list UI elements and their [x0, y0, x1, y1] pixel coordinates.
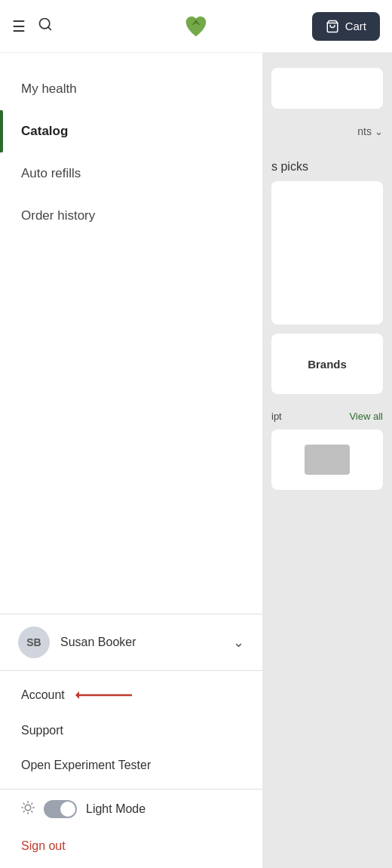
arrow-indicator: [72, 688, 136, 703]
svg-line-8: [23, 803, 24, 804]
cart-label: Cart: [345, 20, 366, 32]
header: ☰ Cart: [0, 0, 392, 53]
right-filter-row: nts ⌄: [262, 118, 392, 145]
svg-line-12: [23, 811, 24, 812]
svg-point-5: [25, 805, 31, 811]
search-icon[interactable]: [38, 17, 53, 35]
sidebar-item-catalog[interactable]: Catalog: [0, 110, 262, 152]
sign-out-button[interactable]: Sign out: [0, 829, 262, 868]
chevron-down-icon: ⌄: [233, 634, 244, 651]
avatar: SB: [18, 626, 50, 658]
light-mode-row: Light Mode: [0, 789, 262, 829]
right-picks-label: s picks: [262, 145, 392, 181]
chevron-down-icon: ⌄: [375, 126, 383, 137]
submenu-item-account[interactable]: Account: [0, 677, 262, 713]
sun-icon: [21, 801, 35, 817]
right-bottom-card: [271, 429, 383, 490]
light-mode-label: Light Mode: [86, 802, 145, 816]
view-all-link[interactable]: View all: [349, 411, 383, 422]
right-panel-content: nts ⌄ s picks Brands ipt View all: [262, 53, 392, 499]
sidebar: My health Catalog Auto refills Order his…: [0, 53, 262, 868]
light-mode-toggle[interactable]: [44, 800, 77, 818]
submenu-item-open-experiment-tester[interactable]: Open Experiment Tester: [0, 748, 262, 783]
right-search-box: [271, 68, 383, 109]
svg-line-1: [48, 27, 51, 30]
user-row[interactable]: SB Susan Booker ⌄: [18, 626, 244, 658]
svg-line-13: [32, 803, 32, 804]
device-image: [305, 445, 350, 475]
sidebar-item-auto-refills[interactable]: Auto refills: [0, 152, 262, 195]
menu-icon[interactable]: ☰: [12, 17, 26, 35]
svg-line-9: [32, 811, 32, 812]
toggle-knob: [60, 802, 75, 817]
right-product-card: [271, 181, 383, 325]
right-brands-card: Brands: [271, 334, 383, 394]
header-left: ☰: [12, 17, 53, 35]
cart-button[interactable]: Cart: [312, 12, 380, 41]
submenu: Account Support Open Experiment Tester: [0, 670, 262, 789]
sidebar-item-order-history[interactable]: Order history: [0, 195, 262, 237]
user-name: Susan Booker: [60, 636, 222, 649]
submenu-item-support[interactable]: Support: [0, 713, 262, 748]
logo[interactable]: [182, 12, 210, 41]
svg-marker-4: [75, 691, 79, 699]
nav-menu: My health Catalog Auto refills Order his…: [0, 53, 262, 614]
user-section: SB Susan Booker ⌄: [0, 614, 262, 670]
sidebar-item-my-health[interactable]: My health: [0, 68, 262, 110]
right-view-all-row: ipt View all: [262, 403, 392, 429]
